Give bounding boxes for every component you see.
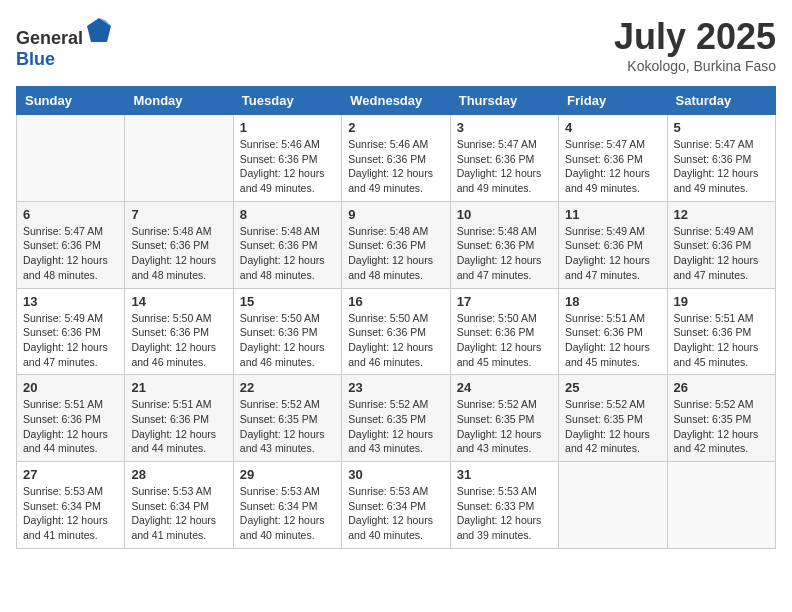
calendar-week-row: 1Sunrise: 5:46 AMSunset: 6:36 PMDaylight… xyxy=(17,115,776,202)
table-row: 14Sunrise: 5:50 AMSunset: 6:36 PMDayligh… xyxy=(125,288,233,375)
day-info: Sunrise: 5:49 AMSunset: 6:36 PMDaylight:… xyxy=(674,224,769,283)
day-number: 14 xyxy=(131,294,226,309)
day-number: 9 xyxy=(348,207,443,222)
day-number: 29 xyxy=(240,467,335,482)
logo-text: General Blue xyxy=(16,16,113,70)
table-row: 11Sunrise: 5:49 AMSunset: 6:36 PMDayligh… xyxy=(559,201,667,288)
day-info: Sunrise: 5:47 AMSunset: 6:36 PMDaylight:… xyxy=(457,137,552,196)
table-row: 3Sunrise: 5:47 AMSunset: 6:36 PMDaylight… xyxy=(450,115,558,202)
calendar-week-row: 6Sunrise: 5:47 AMSunset: 6:36 PMDaylight… xyxy=(17,201,776,288)
table-row: 24Sunrise: 5:52 AMSunset: 6:35 PMDayligh… xyxy=(450,375,558,462)
day-info: Sunrise: 5:47 AMSunset: 6:36 PMDaylight:… xyxy=(674,137,769,196)
day-info: Sunrise: 5:46 AMSunset: 6:36 PMDaylight:… xyxy=(240,137,335,196)
day-number: 1 xyxy=(240,120,335,135)
header-wednesday: Wednesday xyxy=(342,87,450,115)
day-info: Sunrise: 5:52 AMSunset: 6:35 PMDaylight:… xyxy=(348,397,443,456)
table-row: 25Sunrise: 5:52 AMSunset: 6:35 PMDayligh… xyxy=(559,375,667,462)
table-row: 22Sunrise: 5:52 AMSunset: 6:35 PMDayligh… xyxy=(233,375,341,462)
table-row: 19Sunrise: 5:51 AMSunset: 6:36 PMDayligh… xyxy=(667,288,775,375)
day-number: 4 xyxy=(565,120,660,135)
day-info: Sunrise: 5:47 AMSunset: 6:36 PMDaylight:… xyxy=(565,137,660,196)
day-number: 3 xyxy=(457,120,552,135)
day-number: 26 xyxy=(674,380,769,395)
day-info: Sunrise: 5:53 AMSunset: 6:34 PMDaylight:… xyxy=(348,484,443,543)
month-year-title: July 2025 xyxy=(614,16,776,58)
header-friday: Friday xyxy=(559,87,667,115)
day-number: 22 xyxy=(240,380,335,395)
table-row xyxy=(559,462,667,549)
day-info: Sunrise: 5:50 AMSunset: 6:36 PMDaylight:… xyxy=(348,311,443,370)
day-info: Sunrise: 5:48 AMSunset: 6:36 PMDaylight:… xyxy=(348,224,443,283)
table-row: 29Sunrise: 5:53 AMSunset: 6:34 PMDayligh… xyxy=(233,462,341,549)
day-info: Sunrise: 5:52 AMSunset: 6:35 PMDaylight:… xyxy=(457,397,552,456)
day-info: Sunrise: 5:53 AMSunset: 6:33 PMDaylight:… xyxy=(457,484,552,543)
table-row: 7Sunrise: 5:48 AMSunset: 6:36 PMDaylight… xyxy=(125,201,233,288)
day-info: Sunrise: 5:48 AMSunset: 6:36 PMDaylight:… xyxy=(131,224,226,283)
table-row: 18Sunrise: 5:51 AMSunset: 6:36 PMDayligh… xyxy=(559,288,667,375)
table-row: 17Sunrise: 5:50 AMSunset: 6:36 PMDayligh… xyxy=(450,288,558,375)
day-number: 8 xyxy=(240,207,335,222)
logo-general: General xyxy=(16,28,83,48)
day-info: Sunrise: 5:50 AMSunset: 6:36 PMDaylight:… xyxy=(457,311,552,370)
day-info: Sunrise: 5:51 AMSunset: 6:36 PMDaylight:… xyxy=(674,311,769,370)
day-number: 30 xyxy=(348,467,443,482)
logo: General Blue xyxy=(16,16,113,70)
table-row: 8Sunrise: 5:48 AMSunset: 6:36 PMDaylight… xyxy=(233,201,341,288)
table-row xyxy=(125,115,233,202)
day-info: Sunrise: 5:48 AMSunset: 6:36 PMDaylight:… xyxy=(240,224,335,283)
table-row: 9Sunrise: 5:48 AMSunset: 6:36 PMDaylight… xyxy=(342,201,450,288)
table-row: 2Sunrise: 5:46 AMSunset: 6:36 PMDaylight… xyxy=(342,115,450,202)
day-number: 28 xyxy=(131,467,226,482)
day-number: 5 xyxy=(674,120,769,135)
day-number: 10 xyxy=(457,207,552,222)
day-number: 18 xyxy=(565,294,660,309)
day-info: Sunrise: 5:51 AMSunset: 6:36 PMDaylight:… xyxy=(23,397,118,456)
table-row: 13Sunrise: 5:49 AMSunset: 6:36 PMDayligh… xyxy=(17,288,125,375)
day-info: Sunrise: 5:47 AMSunset: 6:36 PMDaylight:… xyxy=(23,224,118,283)
table-row: 28Sunrise: 5:53 AMSunset: 6:34 PMDayligh… xyxy=(125,462,233,549)
day-number: 21 xyxy=(131,380,226,395)
day-info: Sunrise: 5:50 AMSunset: 6:36 PMDaylight:… xyxy=(131,311,226,370)
day-info: Sunrise: 5:49 AMSunset: 6:36 PMDaylight:… xyxy=(23,311,118,370)
day-info: Sunrise: 5:51 AMSunset: 6:36 PMDaylight:… xyxy=(565,311,660,370)
table-row: 4Sunrise: 5:47 AMSunset: 6:36 PMDaylight… xyxy=(559,115,667,202)
table-row: 10Sunrise: 5:48 AMSunset: 6:36 PMDayligh… xyxy=(450,201,558,288)
header-tuesday: Tuesday xyxy=(233,87,341,115)
table-row: 5Sunrise: 5:47 AMSunset: 6:36 PMDaylight… xyxy=(667,115,775,202)
table-row: 15Sunrise: 5:50 AMSunset: 6:36 PMDayligh… xyxy=(233,288,341,375)
day-number: 6 xyxy=(23,207,118,222)
header-thursday: Thursday xyxy=(450,87,558,115)
table-row: 30Sunrise: 5:53 AMSunset: 6:34 PMDayligh… xyxy=(342,462,450,549)
calendar-header-row: Sunday Monday Tuesday Wednesday Thursday… xyxy=(17,87,776,115)
day-info: Sunrise: 5:51 AMSunset: 6:36 PMDaylight:… xyxy=(131,397,226,456)
day-info: Sunrise: 5:48 AMSunset: 6:36 PMDaylight:… xyxy=(457,224,552,283)
day-info: Sunrise: 5:53 AMSunset: 6:34 PMDaylight:… xyxy=(240,484,335,543)
table-row: 26Sunrise: 5:52 AMSunset: 6:35 PMDayligh… xyxy=(667,375,775,462)
table-row xyxy=(17,115,125,202)
day-number: 23 xyxy=(348,380,443,395)
day-info: Sunrise: 5:52 AMSunset: 6:35 PMDaylight:… xyxy=(674,397,769,456)
table-row: 12Sunrise: 5:49 AMSunset: 6:36 PMDayligh… xyxy=(667,201,775,288)
title-area: July 2025 Kokologo, Burkina Faso xyxy=(614,16,776,74)
calendar-table: Sunday Monday Tuesday Wednesday Thursday… xyxy=(16,86,776,549)
day-number: 17 xyxy=(457,294,552,309)
day-number: 24 xyxy=(457,380,552,395)
svg-marker-0 xyxy=(87,18,111,42)
day-info: Sunrise: 5:46 AMSunset: 6:36 PMDaylight:… xyxy=(348,137,443,196)
table-row xyxy=(667,462,775,549)
header-saturday: Saturday xyxy=(667,87,775,115)
day-number: 20 xyxy=(23,380,118,395)
page-header: General Blue July 2025 Kokologo, Burkina… xyxy=(16,16,776,74)
calendar-week-row: 27Sunrise: 5:53 AMSunset: 6:34 PMDayligh… xyxy=(17,462,776,549)
table-row: 1Sunrise: 5:46 AMSunset: 6:36 PMDaylight… xyxy=(233,115,341,202)
day-number: 19 xyxy=(674,294,769,309)
day-number: 2 xyxy=(348,120,443,135)
table-row: 23Sunrise: 5:52 AMSunset: 6:35 PMDayligh… xyxy=(342,375,450,462)
day-number: 31 xyxy=(457,467,552,482)
day-info: Sunrise: 5:49 AMSunset: 6:36 PMDaylight:… xyxy=(565,224,660,283)
day-number: 7 xyxy=(131,207,226,222)
table-row: 20Sunrise: 5:51 AMSunset: 6:36 PMDayligh… xyxy=(17,375,125,462)
table-row: 31Sunrise: 5:53 AMSunset: 6:33 PMDayligh… xyxy=(450,462,558,549)
day-number: 13 xyxy=(23,294,118,309)
day-info: Sunrise: 5:50 AMSunset: 6:36 PMDaylight:… xyxy=(240,311,335,370)
